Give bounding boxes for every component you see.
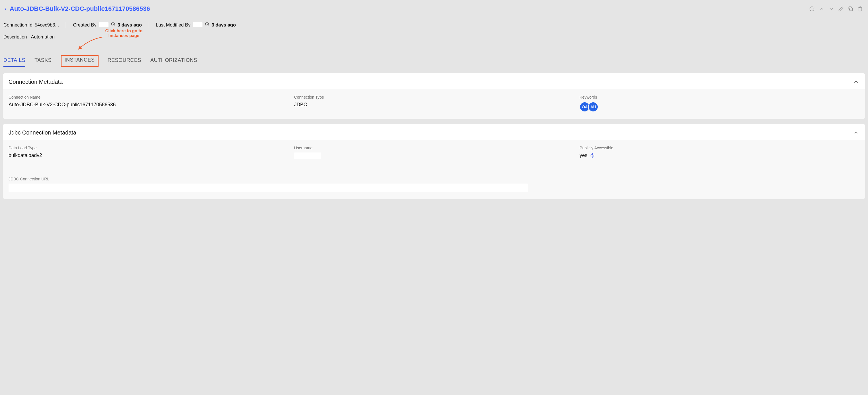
separator bbox=[66, 22, 66, 28]
delete-icon[interactable] bbox=[857, 6, 863, 12]
tab-details[interactable]: DETAILS bbox=[3, 56, 25, 67]
created-ago-value: 3 days ago bbox=[118, 22, 142, 28]
data-load-type-label: Data Load Type bbox=[8, 146, 288, 150]
tab-tasks[interactable]: TASKS bbox=[34, 56, 52, 67]
created-by-value bbox=[99, 22, 108, 27]
username-label: Username bbox=[294, 146, 574, 150]
jdbc-metadata-title: Jdbc Connection Metadata bbox=[8, 130, 76, 136]
keywords-row: OA AU bbox=[580, 102, 860, 112]
connection-name-value: Auto-JDBC-Bulk-V2-CDC-public167117058653… bbox=[8, 102, 288, 108]
keyword-badge-au[interactable]: AU bbox=[588, 102, 598, 112]
publicly-accessible-value: yes bbox=[580, 152, 587, 158]
svg-marker-3 bbox=[591, 153, 595, 158]
connection-metadata-card: Connection Metadata Connection Name Auto… bbox=[3, 73, 865, 119]
connection-id-label: Connection Id bbox=[3, 22, 32, 28]
tab-authorizations[interactable]: AUTHORIZATIONS bbox=[150, 56, 197, 67]
tab-bar: DETAILS TASKS INSTANCES RESOURCES AUTHOR… bbox=[3, 56, 865, 67]
publicly-accessible-label: Publicly Accessible bbox=[580, 146, 860, 150]
edit-icon[interactable] bbox=[838, 6, 844, 12]
last-modified-ago-value: 3 days ago bbox=[212, 22, 236, 28]
created-by-label: Created By bbox=[73, 22, 97, 28]
connection-name-label: Connection Name bbox=[8, 95, 288, 100]
last-modified-label: Last Modified By bbox=[156, 22, 190, 28]
chevron-up-icon[interactable] bbox=[818, 6, 825, 12]
connection-metadata-title: Connection Metadata bbox=[8, 79, 63, 85]
data-load-type-value: bulkdataloadv2 bbox=[8, 152, 288, 159]
page-title[interactable]: Auto-JDBC-Bulk-V2-CDC-public167117058653… bbox=[10, 5, 150, 12]
connection-id-value: 54cec9b3... bbox=[35, 22, 59, 28]
description-value: Automation bbox=[31, 34, 55, 39]
header-toolbar bbox=[809, 6, 863, 12]
chevron-down-icon[interactable] bbox=[828, 6, 834, 12]
username-value bbox=[294, 152, 321, 159]
connection-type-label: Connection Type bbox=[294, 95, 574, 100]
collapse-toggle[interactable] bbox=[852, 129, 860, 136]
keywords-label: Keywords bbox=[580, 95, 860, 100]
refresh-icon[interactable] bbox=[809, 6, 815, 12]
svg-rect-0 bbox=[850, 8, 852, 11]
clock-icon bbox=[111, 22, 115, 28]
tab-instances[interactable]: INSTANCES bbox=[61, 55, 98, 67]
description-label: Description bbox=[3, 34, 27, 39]
clock-icon bbox=[205, 22, 209, 28]
collapse-toggle[interactable] bbox=[852, 78, 860, 85]
jdbc-url-label: JDBC Connection URL bbox=[8, 177, 860, 181]
copy-icon[interactable] bbox=[847, 6, 854, 12]
jdbc-metadata-card: Jdbc Connection Metadata Data Load Type … bbox=[3, 124, 865, 199]
back-chevron-icon[interactable] bbox=[3, 6, 8, 11]
separator bbox=[149, 22, 149, 28]
connection-type-value: JDBC bbox=[294, 102, 574, 108]
lightning-icon bbox=[590, 153, 595, 158]
meta-bar: Connection Id 54cec9b3... Created By 3 d… bbox=[3, 13, 865, 31]
tab-resources[interactable]: RESOURCES bbox=[107, 56, 142, 67]
jdbc-url-value bbox=[8, 184, 528, 192]
last-modified-by-value bbox=[193, 22, 203, 27]
